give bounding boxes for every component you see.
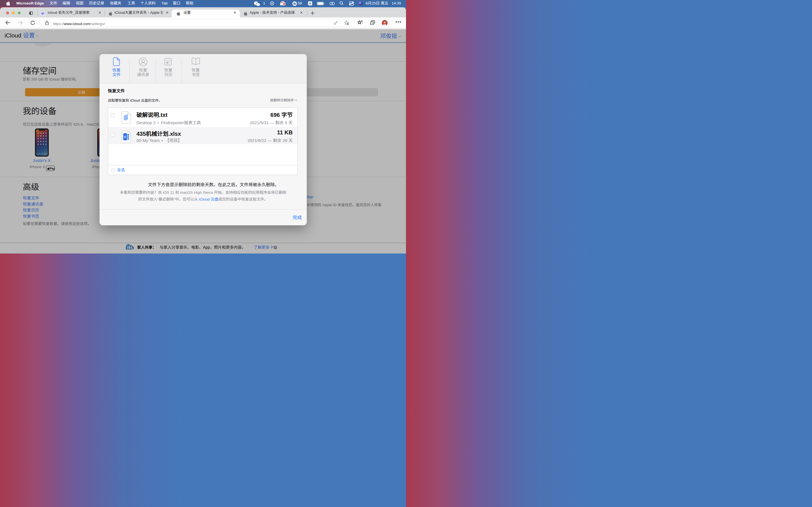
svg-text:A: A	[309, 2, 311, 5]
svg-text:X: X	[124, 135, 126, 138]
